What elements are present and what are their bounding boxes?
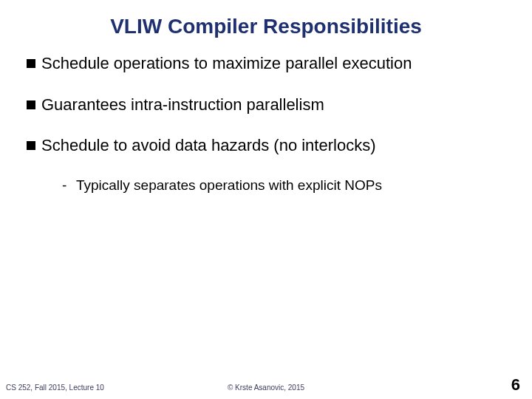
bullet-text: Schedule operations to maximize parallel… <box>41 53 412 74</box>
bullet-text: Schedule to avoid data hazards (no inter… <box>41 135 375 156</box>
sub-bullet-item: - Typically separates operations with ex… <box>62 177 505 195</box>
content-area: Schedule operations to maximize parallel… <box>27 53 505 194</box>
square-bullet-icon <box>27 141 35 150</box>
footer-center: © Krste Asanovic, 2015 <box>0 383 532 392</box>
slide: VLIW Compiler Responsibilities Schedule … <box>0 0 532 399</box>
bullet-item: Guarantees intra-instruction parallelism <box>27 95 505 115</box>
bullet-item: Schedule operations to maximize parallel… <box>27 53 505 74</box>
square-bullet-icon <box>27 59 35 68</box>
slide-title: VLIW Compiler Responsibilities <box>0 15 532 38</box>
bullet-text: Guarantees intra-instruction parallelism <box>41 95 324 115</box>
sub-bullet-text: Typically separates operations with expl… <box>76 177 382 193</box>
dash-bullet-icon: - <box>62 177 72 195</box>
page-number: 6 <box>511 375 520 395</box>
bullet-item: Schedule to avoid data hazards (no inter… <box>27 135 505 156</box>
square-bullet-icon <box>27 100 35 109</box>
